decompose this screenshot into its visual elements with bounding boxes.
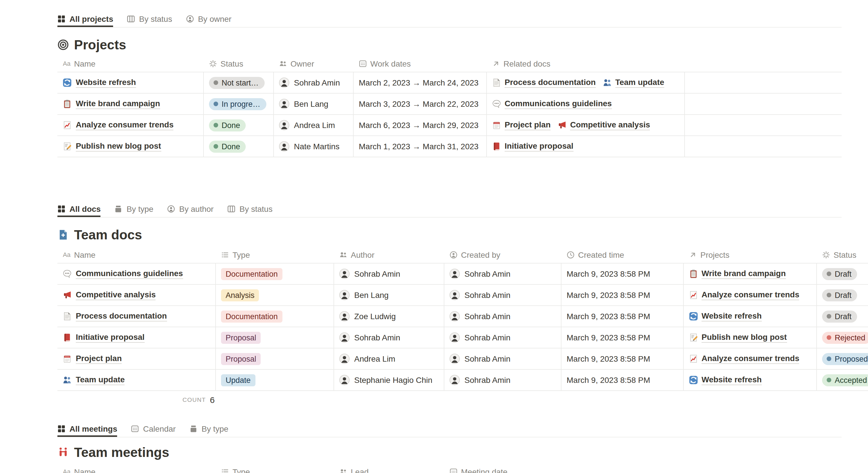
doc-link[interactable]: Website refresh <box>689 311 762 321</box>
doc-link[interactable]: Project plan <box>492 120 551 130</box>
cell-status[interactable]: Done <box>204 115 274 135</box>
column-header-name[interactable]: AaName <box>57 463 216 473</box>
cell-tag[interactable]: Documentation <box>216 306 334 327</box>
doc-link[interactable]: Website refresh <box>689 375 762 385</box>
status-badge[interactable]: Rejected <box>822 332 868 344</box>
cell-person[interactable]: Sohrab Amin <box>444 306 561 327</box>
status-badge[interactable]: Accepted <box>822 374 868 386</box>
column-header-related-docs[interactable]: Related docs <box>487 55 685 72</box>
cell-status[interactable]: Proposed <box>817 348 868 369</box>
page-link[interactable]: Process documentation <box>76 311 167 321</box>
column-header-lead[interactable]: Lead <box>334 463 444 473</box>
column-header-type[interactable]: Type <box>216 463 334 473</box>
column-header-meeting-date[interactable]: Meeting date <box>444 463 603 473</box>
cell-person[interactable]: Sohrab Amin <box>334 327 444 348</box>
column-header-status[interactable]: Status <box>204 55 274 72</box>
cell-person[interactable]: Stephanie Hagio Chin <box>334 370 444 390</box>
tab-all-docs[interactable]: All docs <box>57 200 101 217</box>
cell-text[interactable]: March 9, 2023 8:58 PM <box>561 327 684 348</box>
type-badge[interactable]: Proposal <box>221 353 261 365</box>
doc-link[interactable]: Analyze consumer trends <box>689 354 799 364</box>
tab-by-status[interactable]: By status <box>227 200 272 217</box>
cell-text[interactable]: March 9, 2023 8:58 PM <box>561 348 684 369</box>
page-link[interactable]: Publish new blog post <box>76 141 161 152</box>
cell-person[interactable]: Sohrab Amin <box>444 327 561 348</box>
column-header-type[interactable]: Type <box>216 246 334 263</box>
count-row[interactable]: COUNT6 <box>57 391 216 408</box>
page-link[interactable]: Write brand campaign <box>76 99 160 109</box>
cell-person[interactable]: Sohrab Amin <box>444 285 561 305</box>
type-badge[interactable]: Proposal <box>221 332 261 344</box>
cell-status[interactable]: Accepted <box>817 370 868 390</box>
tab-by-type[interactable]: By type <box>115 200 153 217</box>
cell-person[interactable]: Sohrab Amin <box>444 263 561 284</box>
cell-status[interactable]: Draft <box>817 285 868 305</box>
doc-link[interactable]: Communications guidelines <box>492 99 612 109</box>
tab-by-type[interactable]: By type <box>189 420 228 437</box>
column-header-status[interactable]: Status <box>817 246 868 263</box>
status-badge[interactable]: Not start… <box>209 76 265 89</box>
cell-status[interactable]: Draft <box>817 306 868 327</box>
cell-tag[interactable]: Proposal <box>216 348 334 369</box>
tab-by-status[interactable]: By status <box>127 10 172 27</box>
type-badge[interactable]: Documentation <box>221 268 282 280</box>
column-header-name[interactable]: AaName <box>57 55 204 72</box>
cell-person[interactable]: Andrea Lim <box>334 348 444 369</box>
cell-person[interactable]: Andrea Lim <box>274 115 353 135</box>
page-link[interactable]: Website refresh <box>76 77 136 88</box>
cell-text[interactable]: March 9, 2023 8:58 PM <box>561 263 684 284</box>
column-header-work-dates[interactable]: Work dates <box>353 55 487 72</box>
cell-person[interactable]: Ben Lang <box>274 94 353 114</box>
page-link[interactable]: Communications guidelines <box>76 269 183 279</box>
cell-status[interactable]: Draft <box>817 263 868 284</box>
doc-link[interactable]: Initiative proposal <box>492 141 574 152</box>
status-badge[interactable]: Draft <box>822 310 857 322</box>
cell-person[interactable]: Sohrab Amin <box>444 348 561 369</box>
cell-text[interactable]: March 6, 2023 → March 29, 2023 <box>353 115 487 135</box>
cell-status[interactable]: In progre… <box>204 94 274 114</box>
column-header-created-by[interactable]: Created by <box>444 246 561 263</box>
column-header-owner[interactable]: Owner <box>274 55 353 72</box>
doc-link[interactable]: Publish new blog post <box>689 333 787 343</box>
tab-by-owner[interactable]: By owner <box>186 10 231 27</box>
doc-link[interactable]: Analyze consumer trends <box>689 290 799 300</box>
cell-text[interactable]: March 2, 2023 → March 24, 2023 <box>353 72 487 93</box>
page-link[interactable]: Project plan <box>76 354 122 364</box>
column-header-projects[interactable]: Projects <box>684 246 817 263</box>
tab-all-projects[interactable]: All projects <box>57 10 113 27</box>
cell-status[interactable]: Not start… <box>204 72 274 93</box>
tab-all-meetings[interactable]: All meetings <box>57 420 117 437</box>
cell-person[interactable]: Sohrab Amin <box>334 263 444 284</box>
cell-text[interactable]: March 3, 2023 → March 22, 2023 <box>353 94 487 114</box>
status-badge[interactable]: Draft <box>822 268 857 280</box>
tab-by-author[interactable]: By author <box>167 200 214 217</box>
page-link[interactable]: Analyze consumer trends <box>76 120 174 130</box>
cell-person[interactable]: Sohrab Amin <box>444 370 561 390</box>
cell-tag[interactable]: Analysis <box>216 285 334 305</box>
status-badge[interactable]: Done <box>209 140 246 152</box>
doc-link[interactable]: Competitive analysis <box>557 120 650 130</box>
type-badge[interactable]: Documentation <box>221 310 282 322</box>
cell-text[interactable]: March 9, 2023 8:58 PM <box>561 370 684 390</box>
status-badge[interactable]: Proposed <box>822 353 868 365</box>
cell-text[interactable]: March 9, 2023 8:58 PM <box>561 306 684 327</box>
cell-text[interactable]: March 1, 2023 → March 31, 2023 <box>353 136 487 157</box>
doc-link[interactable]: Write brand campaign <box>689 269 786 279</box>
page-link[interactable]: Initiative proposal <box>76 333 145 343</box>
cell-tag[interactable]: Documentation <box>216 263 334 284</box>
tab-calendar[interactable]: Calendar <box>131 420 176 437</box>
column-header-name[interactable]: AaName <box>57 246 216 263</box>
cell-text[interactable]: March 9, 2023 8:58 PM <box>561 285 684 305</box>
cell-tag[interactable]: Update <box>216 370 334 390</box>
column-header-author[interactable]: Author <box>334 246 444 263</box>
type-badge[interactable]: Analysis <box>221 289 259 301</box>
doc-link[interactable]: Team update <box>602 77 664 88</box>
page-link[interactable]: Competitive analysis <box>76 290 156 300</box>
cell-person[interactable]: Zoe Ludwig <box>334 306 444 327</box>
cell-status[interactable]: Rejected <box>817 327 868 348</box>
status-badge[interactable]: Draft <box>822 289 857 301</box>
cell-person[interactable]: Sohrab Amin <box>274 72 353 93</box>
cell-status[interactable]: Done <box>204 136 274 157</box>
doc-link[interactable]: Process documentation <box>492 77 596 88</box>
status-badge[interactable]: In progre… <box>209 98 266 110</box>
